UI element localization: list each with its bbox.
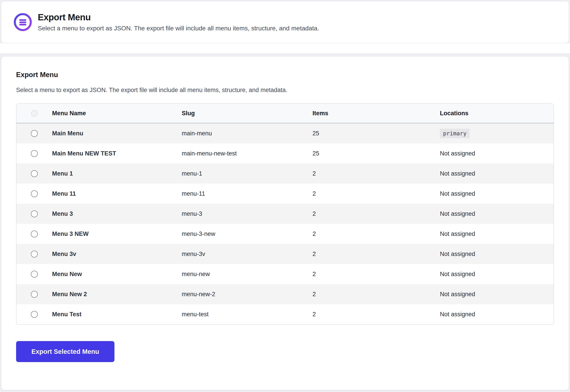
row-radio[interactable] [31,170,38,177]
slug-cell: menu-11 [182,190,312,197]
row-radio[interactable] [31,231,38,238]
row-radio[interactable] [31,311,38,318]
table-row[interactable]: Main Menu NEW TESTmain-menu-new-test25No… [16,143,554,164]
menu-circle-icon [13,12,33,32]
locations-cell: Not assigned [440,150,554,157]
slug-cell: menu-new-2 [182,291,312,298]
locations-cell: primary [440,129,554,138]
locations-cell: Not assigned [440,311,554,318]
menu-name-cell: Menu 3 NEW [52,231,182,238]
menu-name-cell: Menu Test [52,311,182,318]
table-row[interactable]: Menu New 2menu-new-22Not assigned [16,284,554,304]
slug-cell: main-menu-new-test [182,150,312,157]
row-radio[interactable] [31,190,38,197]
row-radio[interactable] [31,150,38,157]
row-radio-cell [16,271,52,278]
menu-name-cell: Menu 1 [52,170,182,177]
slug-cell: menu-3 [182,210,312,217]
row-radio[interactable] [31,271,38,278]
items-count-cell: 2 [312,210,440,217]
menus-table: Menu Name Slug Items Locations Main Menu… [16,103,554,324]
slug-cell: menu-3-new [182,231,312,238]
items-count-cell: 2 [312,271,440,278]
items-count-cell: 2 [312,311,440,318]
table-header-row: Menu Name Slug Items Locations [16,104,554,123]
column-header-menu-name: Menu Name [52,110,182,117]
row-radio-cell [16,190,52,197]
locations-cell: Not assigned [440,291,554,298]
items-count-cell: 2 [312,251,440,258]
items-count-cell: 25 [312,150,440,157]
row-radio[interactable] [31,210,38,217]
row-radio[interactable] [31,291,38,298]
table-row[interactable]: Menu Testmenu-test2Not assigned [16,304,554,324]
slug-cell: menu-test [182,311,312,318]
table-row[interactable]: Menu Newmenu-new2Not assigned [16,264,554,284]
menu-name-cell: Main Menu [52,130,182,137]
slug-cell: main-menu [182,130,312,137]
slug-cell: menu-1 [182,170,312,177]
row-radio[interactable] [31,251,38,258]
locations-cell: Not assigned [440,251,554,258]
items-count-cell: 2 [312,190,440,197]
menu-name-cell: Menu New [52,271,182,278]
row-radio-cell [16,291,52,298]
panel-subtitle: Select a menu to export as JSON. The exp… [16,86,554,94]
page-header-card: Export Menu Select a menu to export as J… [1,1,569,43]
column-header-locations: Locations [440,110,554,117]
table-body: Main Menumain-menu25primaryMain Menu NEW… [16,123,554,324]
column-header-slug: Slug [182,110,312,117]
row-radio-cell [16,170,52,177]
page-header-text: Export Menu Select a menu to export as J… [38,12,319,32]
locations-cell: Not assigned [440,231,554,238]
locations-cell: Not assigned [440,170,554,177]
row-radio[interactable] [31,130,38,137]
menu-name-cell: Menu New 2 [52,291,182,298]
header-radio-placeholder [31,110,38,117]
row-radio-cell [16,311,52,318]
items-count-cell: 25 [312,130,440,137]
table-row[interactable]: Menu 3 NEWmenu-3-new2Not assigned [16,224,554,244]
location-badge: primary [440,129,470,138]
row-radio-cell [16,130,52,137]
locations-cell: Not assigned [440,271,554,278]
slug-cell: menu-new [182,271,312,278]
table-row[interactable]: Main Menumain-menu25primary [16,123,554,143]
locations-cell: Not assigned [440,210,554,217]
panel-title: Export Menu [16,71,554,79]
row-radio-cell [16,210,52,217]
row-radio-cell [16,251,52,258]
table-row[interactable]: Menu 3vmenu-3v2Not assigned [16,244,554,264]
menu-name-cell: Main Menu NEW TEST [52,150,182,157]
menu-name-cell: Menu 11 [52,190,182,197]
table-row[interactable]: Menu 1menu-12Not assigned [16,164,554,184]
menu-name-cell: Menu 3 [52,210,182,217]
locations-cell: Not assigned [440,190,554,197]
export-selected-menu-button[interactable]: Export Selected Menu [16,341,115,362]
export-menu-panel: Export Menu Select a menu to export as J… [1,56,569,390]
column-header-items: Items [312,110,440,117]
items-count-cell: 2 [312,291,440,298]
page-title: Export Menu [38,12,319,22]
header-radio-cell [16,110,52,117]
menu-name-cell: Menu 3v [52,251,182,258]
row-radio-cell [16,231,52,238]
items-count-cell: 2 [312,170,440,177]
empty-toolbar-strip [0,43,570,54]
table-row[interactable]: Menu 3menu-32Not assigned [16,204,554,224]
table-row[interactable]: Menu 11menu-112Not assigned [16,184,554,204]
row-radio-cell [16,150,52,157]
slug-cell: menu-3v [182,251,312,258]
items-count-cell: 2 [312,231,440,238]
page-subtitle: Select a menu to export as JSON. The exp… [38,25,319,32]
